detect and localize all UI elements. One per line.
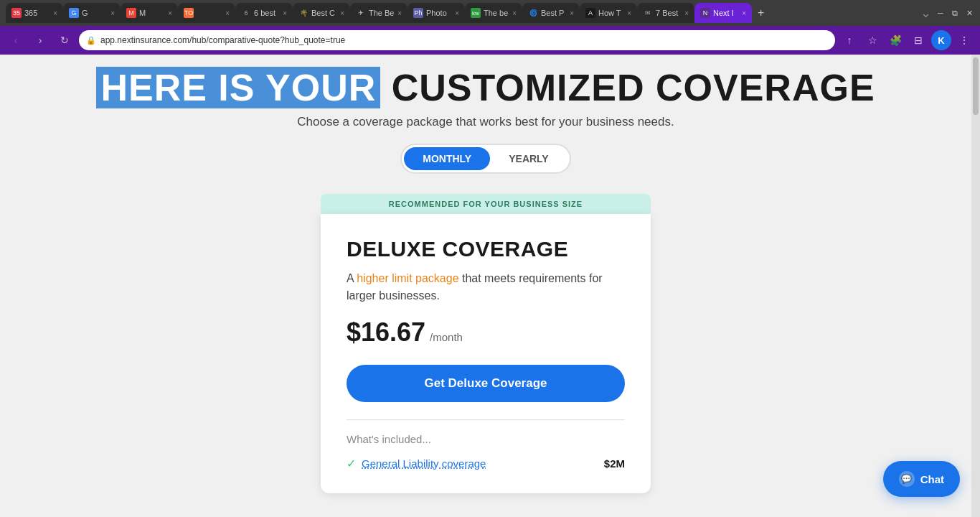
- hero-heading: HERE IS YOUR CUSTOMIZED COVERAGE: [0, 55, 971, 106]
- coverage-card: DELUXE COVERAGE A higher limit package t…: [321, 214, 651, 493]
- tab-favicon-howt: A: [585, 8, 595, 18]
- back-button[interactable]: ‹: [6, 30, 26, 50]
- reload-button[interactable]: ↻: [55, 30, 75, 50]
- desc-highlight: higher limit package: [357, 272, 458, 284]
- tab-bestp[interactable]: 🌀 Best P ×: [522, 3, 580, 23]
- scrollbar[interactable]: [971, 55, 980, 517]
- lock-icon: 🔒: [86, 36, 96, 45]
- address-bar: ‹ › ↻ 🔒 app.nextinsurance.com/hub/compar…: [0, 26, 980, 55]
- price-row: $16.67 /month: [347, 317, 625, 348]
- chat-label: Chat: [920, 473, 944, 485]
- tab-favicon-365: 35: [11, 8, 22, 18]
- page-inner: HERE IS YOUR CUSTOMIZED COVERAGE Choose …: [0, 55, 971, 493]
- heading-normal2: CUSTOMIZED COVERAGE: [392, 67, 875, 108]
- coverage-wrapper: RECOMMENDED FOR YOUR BUSINESS SIZE DELUX…: [321, 194, 651, 493]
- coverage-description: A higher limit package that meets requir…: [347, 270, 625, 304]
- subtitle: Choose a coverage package that works bes…: [0, 115, 971, 129]
- coverage-title: DELUXE COVERAGE: [347, 237, 625, 261]
- card-divider: [347, 419, 625, 420]
- tab-favicon-to: TO: [184, 8, 194, 18]
- tab-gmail[interactable]: M M ×: [121, 3, 178, 23]
- title-bar: 35 365 × G G × M M × TO ×: [0, 0, 980, 26]
- coverage-item-value-gl: $2M: [604, 457, 625, 470]
- address-icons: ↑ ☆ 🧩 ⊟ K ⋮: [839, 30, 974, 50]
- tabs-container: 35 365 × G G × M M × TO ×: [6, 3, 920, 23]
- chat-icon: 💬: [899, 471, 915, 487]
- price-period: /month: [430, 331, 463, 343]
- whats-included-label: What's included...: [347, 433, 625, 445]
- tab-favicon-google: G: [69, 8, 79, 18]
- desc-plain: A: [347, 272, 357, 284]
- heading-highlighted: HERE IS YOUR: [96, 67, 380, 108]
- tab-photo[interactable]: Ph Photo ×: [407, 3, 465, 23]
- share-button[interactable]: ↑: [839, 30, 859, 50]
- coverage-item-gl: ✓ General Liability coverage $2M: [347, 454, 625, 473]
- recommended-banner: RECOMMENDED FOR YOUR BUSINESS SIZE: [321, 194, 651, 214]
- window-controls: ⌄ ─ ⧉ ✕: [920, 5, 974, 21]
- tab-howt[interactable]: A How T ×: [580, 3, 637, 23]
- chat-button[interactable]: 💬 Chat: [883, 461, 960, 497]
- bookmark-button[interactable]: ☆: [862, 30, 882, 50]
- monthly-toggle-button[interactable]: MONTHLY: [404, 147, 490, 170]
- coverage-item-left: ✓ General Liability coverage: [347, 457, 486, 470]
- restore-button[interactable]: ⧉: [950, 8, 960, 18]
- tab-favicon-bestc: 🌴: [298, 8, 308, 18]
- tab-favicon-bestp: 🌀: [528, 8, 538, 18]
- tab-thebe[interactable]: ✈ The Be ×: [350, 3, 407, 23]
- tab-overflow-button[interactable]: ⌄: [920, 5, 931, 21]
- url-text: app.nextinsurance.com/hub/comparative-qu…: [100, 35, 828, 45]
- close-button[interactable]: ✕: [964, 8, 974, 18]
- get-coverage-button[interactable]: Get Deluxe Coverage: [347, 365, 625, 402]
- extensions-button[interactable]: 🧩: [885, 30, 905, 50]
- tab-favicon-6best: 6: [241, 8, 251, 18]
- tab-favicon-gmail: M: [126, 8, 136, 18]
- tab-bestc[interactable]: 🌴 Best C ×: [293, 3, 350, 23]
- scrollbar-thumb[interactable]: [973, 57, 979, 115]
- tab-365[interactable]: 35 365 ×: [6, 3, 63, 23]
- forward-button[interactable]: ›: [30, 30, 50, 50]
- tab-7best[interactable]: ✉ 7 Best ×: [637, 3, 694, 23]
- page-content: HERE IS YOUR CUSTOMIZED COVERAGE Choose …: [0, 55, 980, 517]
- profile-button[interactable]: K: [931, 30, 951, 50]
- coverage-area: RECOMMENDED FOR YOUR BUSINESS SIZE DELUX…: [0, 194, 971, 493]
- tab-to[interactable]: TO ×: [178, 3, 235, 23]
- toggle-container: MONTHLY YEARLY: [0, 144, 971, 174]
- minimize-button[interactable]: ─: [936, 8, 946, 18]
- tab-favicon-thebe2: kw: [471, 8, 481, 18]
- new-tab-button[interactable]: +: [752, 6, 770, 19]
- tab-favicon-7best: ✉: [643, 8, 653, 18]
- billing-toggle: MONTHLY YEARLY: [400, 144, 570, 174]
- menu-button[interactable]: ⋮: [954, 30, 974, 50]
- tab-favicon-nextinsurance: N: [700, 8, 710, 18]
- tab-google[interactable]: G G ×: [63, 3, 121, 23]
- browser-window: 35 365 × G G × M M × TO ×: [0, 0, 980, 517]
- tab-favicon-thebe: ✈: [356, 8, 366, 18]
- split-view-button[interactable]: ⊟: [908, 30, 928, 50]
- yearly-toggle-button[interactable]: YEARLY: [490, 147, 567, 170]
- coverage-item-label-gl[interactable]: General Liability coverage: [362, 457, 486, 470]
- check-icon: ✓: [347, 457, 356, 470]
- tab-thebe2[interactable]: kw The be ×: [465, 3, 522, 23]
- tab-nextinsurance[interactable]: N Next I ×: [694, 3, 752, 23]
- tab-favicon-photo: Ph: [413, 8, 423, 18]
- tab-6best[interactable]: 6 6 best ×: [235, 3, 293, 23]
- url-bar[interactable]: 🔒 app.nextinsurance.com/hub/comparative-…: [79, 30, 835, 50]
- price-amount: $16.67: [347, 317, 425, 348]
